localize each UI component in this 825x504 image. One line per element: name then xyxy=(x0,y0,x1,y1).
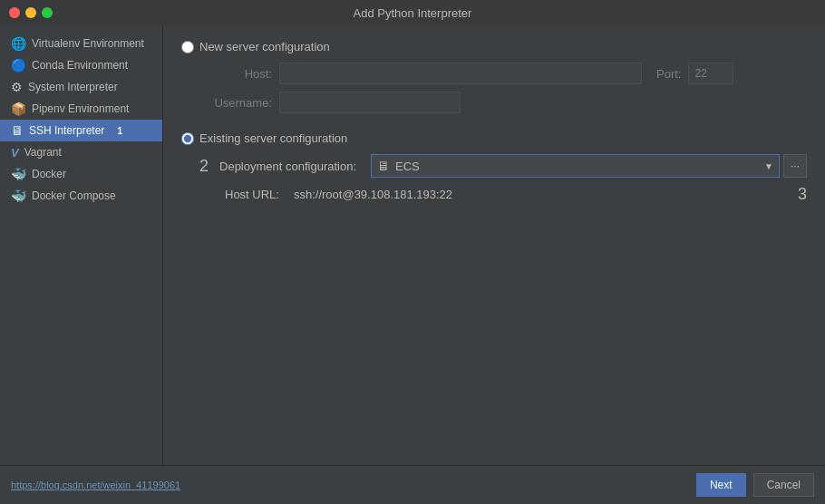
conda-icon: 🔵 xyxy=(11,58,26,73)
sidebar-item-vagrant[interactable]: V Vagrant xyxy=(0,141,162,163)
system-icon: ⚙ xyxy=(11,80,23,94)
bottom-bar: https://blog.csdn.net/weixin_41199061 Ne… xyxy=(0,465,825,504)
sidebar-item-ssh[interactable]: 🖥 SSH Interpreter 1 xyxy=(0,120,162,141)
sidebar-item-docker[interactable]: 🐳 Docker xyxy=(0,163,162,185)
deployment-dropdown-text: ECS xyxy=(395,160,759,173)
new-server-label: New server configuration xyxy=(199,40,330,53)
docker-icon: 🐳 xyxy=(11,167,26,181)
sidebar-item-label: System Interpreter xyxy=(28,81,118,93)
minimize-button[interactable] xyxy=(25,7,36,18)
sidebar-item-pipenv[interactable]: 📦 Pipenv Environment xyxy=(0,98,162,120)
new-server-section: New server configuration Host: Port: Use… xyxy=(181,40,807,121)
host-url-label: Host URL: xyxy=(225,188,279,201)
existing-server-label: Existing server configuration xyxy=(199,131,347,145)
sidebar-item-label: Conda Environment xyxy=(32,59,128,72)
deployment-dropdown-icon: 🖥 xyxy=(377,159,390,173)
port-label: Port: xyxy=(656,67,681,81)
new-server-radio[interactable] xyxy=(181,41,194,53)
host-url-value: ssh://root@39.108.181.193:22 xyxy=(294,188,791,201)
sidebar-item-label: Pipenv Environment xyxy=(32,102,129,115)
host-label: Host: xyxy=(199,67,272,81)
close-button[interactable] xyxy=(9,7,20,18)
sidebar-item-label: Docker xyxy=(32,168,66,180)
sidebar: 🌐 Virtualenv Environment 🔵 Conda Environ… xyxy=(0,25,163,465)
content-area: New server configuration Host: Port: Use… xyxy=(163,25,825,465)
ssh-badge: 1 xyxy=(113,126,126,136)
maximize-button[interactable] xyxy=(42,7,53,18)
step-3-number: 3 xyxy=(798,185,807,204)
deployment-dropdown[interactable]: 🖥 ECS ▼ xyxy=(371,154,780,178)
pipenv-icon: 📦 xyxy=(11,102,26,116)
docker-compose-icon: 🐳 xyxy=(11,189,26,203)
vagrant-icon: V xyxy=(11,146,19,160)
username-input[interactable] xyxy=(279,92,461,113)
sidebar-item-conda[interactable]: 🔵 Conda Environment xyxy=(0,54,162,76)
next-button[interactable]: Next xyxy=(696,473,746,497)
ssh-icon: 🖥 xyxy=(11,123,24,138)
deployment-config-label: Deployment configuration: xyxy=(219,160,356,173)
title-bar: Add Python Interpreter xyxy=(0,0,825,25)
window-title: Add Python Interpreter xyxy=(354,6,472,20)
sidebar-item-docker-compose[interactable]: 🐳 Docker Compose xyxy=(0,185,162,207)
sidebar-item-system[interactable]: ⚙ System Interpreter xyxy=(0,76,162,98)
virtualenv-icon: 🌐 xyxy=(11,36,26,51)
sidebar-item-virtualenv[interactable]: 🌐 Virtualenv Environment xyxy=(0,33,162,54)
existing-server-radio[interactable] xyxy=(181,132,194,145)
step-2-number: 2 xyxy=(199,157,209,176)
dropdown-arrow-icon: ▼ xyxy=(764,161,773,171)
sidebar-item-label: Docker Compose xyxy=(32,189,116,202)
existing-server-section: Existing server configuration 2 Deployme… xyxy=(181,131,807,204)
new-server-form: Host: Port: Username: xyxy=(199,63,807,113)
deployment-more-button[interactable]: ··· xyxy=(783,154,807,178)
host-input[interactable] xyxy=(279,63,642,84)
username-label: Username: xyxy=(199,96,272,110)
sidebar-item-label: SSH Interpreter xyxy=(29,124,104,137)
sidebar-item-label: Vagrant xyxy=(24,146,62,159)
traffic-lights xyxy=(9,7,53,18)
sidebar-item-label: Virtualenv Environment xyxy=(32,37,144,50)
port-input[interactable] xyxy=(688,63,733,84)
cancel-button[interactable]: Cancel xyxy=(753,473,814,497)
url-hint: https://blog.csdn.net/weixin_41199061 xyxy=(11,480,180,490)
